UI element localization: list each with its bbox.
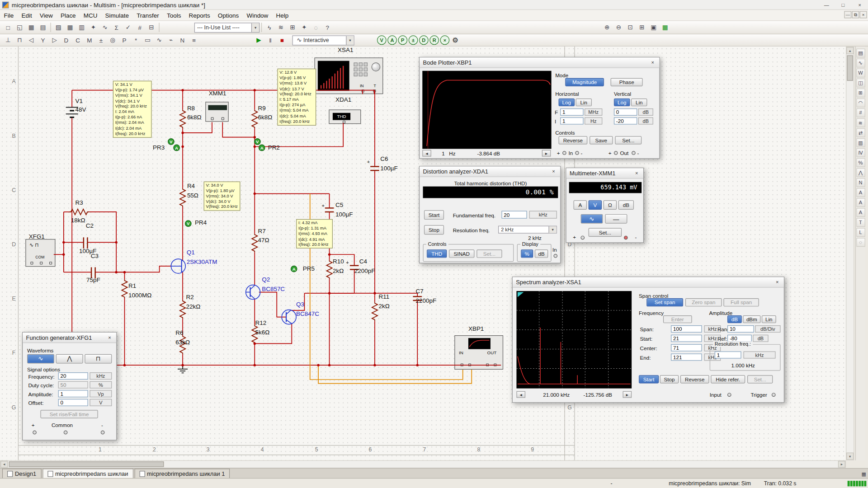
trigger-terminal[interactable] [772,393,776,397]
scroll-left-icon[interactable]: ◄ [0,461,8,468]
terminal[interactable] [486,363,489,366]
percent-button[interactable]: % [521,249,533,258]
simulation-mode-dropdown[interactable]: ∿ Interactive ▼ [292,35,354,45]
resolution-freq-input[interactable]: 1 [715,352,741,359]
spectrum-analyzer-icon[interactable]: ⋀ [856,168,865,177]
zoom-fit-icon[interactable]: ⊞ [636,22,648,33]
db-button[interactable]: dB [535,249,548,258]
place-cmos-icon[interactable]: C [72,35,84,46]
bode-plotter-symbol[interactable]: IN OUT [454,335,503,370]
thd-button[interactable]: THD [427,249,447,258]
place-electromechanical-icon[interactable]: ⌁ [165,35,177,46]
ref-input[interactable]: -80 [727,335,752,342]
horizontal-initial-input[interactable]: 1 [560,117,583,125]
save-button[interactable]: Save [590,136,613,144]
logic-converter-icon[interactable]: ⇄ [856,128,865,137]
start-button[interactable]: Start [424,210,444,220]
sheet-tab[interactable]: micpreobrimpedans шиклаи 1 [134,469,230,478]
horizontal-initial-unit[interactable]: Hz [585,117,602,125]
vertical-lin-button[interactable]: Lin [631,99,647,106]
lin-button[interactable]: Lin [762,315,776,323]
close-icon[interactable]: × [772,278,782,286]
hide-refer-button[interactable]: Hide refer. [711,375,745,383]
vertical-initial-unit[interactable]: dB [638,117,653,125]
menu-item[interactable]: Window [243,10,272,20]
set-span-button[interactable]: Set span [646,298,683,306]
stop-button[interactable]: Stop [660,375,679,383]
set-button[interactable]: Set... [615,136,642,144]
set-button[interactable]: Set... [589,228,622,237]
in-use-list-dropdown[interactable]: --- In-Use List ---- ▼ [194,23,259,33]
window-titlebar[interactable]: Function generator-XFG1 × [23,333,116,343]
agilent-oscilloscope-icon[interactable]: A [856,208,865,217]
end-input[interactable]: 121 [671,353,702,361]
magnitude-button[interactable]: Magnitude [565,78,604,86]
place-misc-digital-icon[interactable]: M [84,35,95,46]
place-bus-icon[interactable]: ≡ [188,35,200,46]
zoom-area-icon[interactable]: ⊡ [624,22,636,33]
multimeter-symbol[interactable] [205,102,228,122]
offset-input[interactable]: 0 [58,399,88,406]
place-basic-icon[interactable]: ⊓ [14,35,26,46]
terminal[interactable] [373,89,376,92]
horizontal-lin-button[interactable]: Lin [576,99,592,106]
minus-terminal[interactable] [624,236,628,240]
place-nc-module-icon[interactable]: N [177,35,189,46]
cursor-left-button[interactable]: ◄ [516,391,525,398]
child-minimize-button[interactable]: — [844,11,851,18]
amplitude-input[interactable]: 1 [58,390,88,397]
logic-analyzer-icon[interactable]: ▥ [856,138,865,147]
digital-probe-icon[interactable]: D [419,35,429,45]
menu-item[interactable]: Reports [185,10,214,20]
postprocessor-icon[interactable]: Σ [111,22,123,33]
spreadsheet-view-icon[interactable]: ▦ [64,22,76,33]
distortion-analyzer-icon[interactable]: % [856,158,865,167]
duty-cycle-input[interactable]: 50 [58,381,88,389]
place-diode-icon[interactable]: ◁ [25,35,37,46]
measurement-probe[interactable]: V [185,220,192,227]
sheet-tab[interactable]: micpreobrimpedans шиклаи [42,469,133,478]
terminal[interactable] [494,363,496,366]
dropdown-arrow-icon[interactable]: ▼ [346,36,354,45]
amplitude-unit[interactable]: Vp [90,390,112,397]
plus-terminal[interactable] [33,431,37,435]
scroll-right-icon[interactable]: ► [838,461,845,468]
range-input[interactable]: 10 [727,325,754,333]
oscilloscope-icon[interactable]: ◫ [856,79,865,88]
place-power-icon[interactable]: P [118,35,130,46]
child-close-button[interactable]: × [860,11,867,18]
vertical-log-button[interactable]: Log [614,99,630,106]
horizontal-scrollbar[interactable]: ◄ ► [0,460,846,468]
place-ttl-icon[interactable]: D [60,35,72,46]
pause-button[interactable]: ‖ [264,35,276,46]
menu-item[interactable]: Help [272,10,292,20]
terminal[interactable] [49,262,52,264]
out-minus-terminal[interactable] [632,151,636,155]
phase-button[interactable]: Phase [611,78,643,86]
fundamental-freq-unit[interactable]: kHz [529,211,557,219]
ac-mode-button[interactable]: ∿ [580,214,603,224]
measurement-probe[interactable]: A [291,266,297,272]
menu-item[interactable]: Transfer [133,10,163,20]
breadboard-icon[interactable]: ⊟ [146,22,157,33]
out-plus-terminal[interactable] [614,151,618,155]
measurement-probe[interactable]: V [254,138,261,145]
zoom-in-icon[interactable]: ⊕ [601,22,613,33]
menu-item[interactable]: Tools [163,10,185,20]
ampere-button[interactable]: A [574,200,587,210]
grapher-icon[interactable]: ∿ [99,22,111,33]
stop-button[interactable]: ■ [276,35,288,46]
menu-item[interactable]: Edit [18,10,36,20]
place-analog-icon[interactable]: ▷ [49,35,61,46]
measurement-probe[interactable]: A [173,145,180,151]
enter-button[interactable]: Enter [663,315,692,323]
place-misc-icon[interactable]: * [130,35,142,46]
maximize-button[interactable]: □ [835,0,852,10]
minus-terminal[interactable] [101,431,105,435]
cursor-right-button[interactable]: ► [623,391,632,398]
scrollbar-thumb[interactable] [9,461,164,467]
window-titlebar[interactable]: Multimeter-XMM1 × [566,168,643,178]
voltage-probe-icon[interactable]: V [377,35,387,45]
plus-terminal[interactable] [580,236,585,240]
start-input[interactable]: 21 [671,335,702,342]
